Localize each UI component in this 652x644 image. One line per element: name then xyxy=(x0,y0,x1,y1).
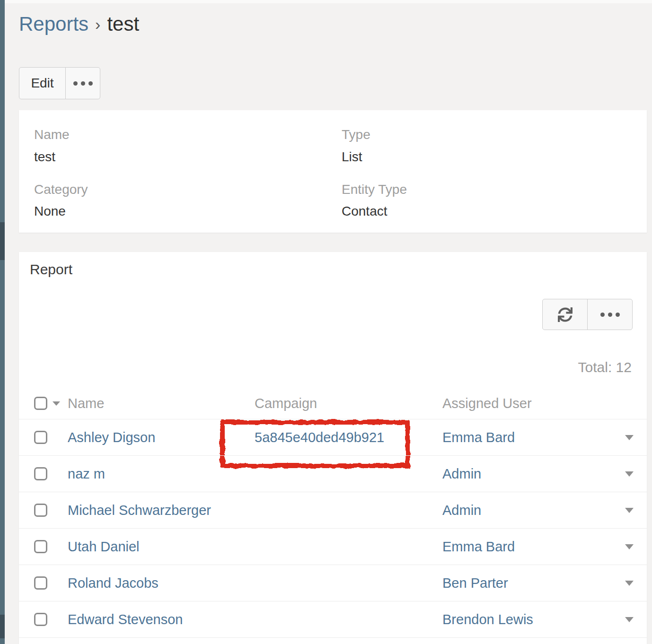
field-type: Type List xyxy=(342,128,632,165)
contact-name-link[interactable]: Utah Daniel xyxy=(68,539,140,554)
select-all-checkbox[interactable] xyxy=(34,397,47,410)
campaign-link[interactable]: 5a845e40ded49b921 xyxy=(255,430,384,445)
report-toolbar-group xyxy=(542,299,633,330)
navbar-edge-segment xyxy=(0,615,5,638)
field-value: Contact xyxy=(342,204,632,219)
row-actions-caret-icon[interactable] xyxy=(625,617,634,622)
table-row: naz m Admin xyxy=(19,455,647,492)
table-row: Edward Stevenson Brendon Lewis xyxy=(19,601,647,637)
edit-button[interactable]: Edit xyxy=(19,67,66,99)
navbar-edge-strip xyxy=(0,0,5,644)
total-count: Total: 12 xyxy=(578,359,632,375)
record-actions-group: Edit xyxy=(19,67,100,99)
table-row: Utah Daniel Emma Bard xyxy=(19,528,647,565)
row-checkbox[interactable] xyxy=(34,613,47,626)
contact-name-link[interactable]: naz m xyxy=(68,466,105,481)
contact-name-link[interactable]: Michael Schwarzberger xyxy=(68,503,211,518)
table-row: Ashley Digson 5a845e40ded49b921 Emma Bar… xyxy=(19,419,647,455)
row-actions-caret-icon[interactable] xyxy=(625,435,634,440)
field-value: None xyxy=(34,204,342,219)
row-actions-caret-icon[interactable] xyxy=(625,471,634,477)
breadcrumb-separator: › xyxy=(95,15,100,33)
field-value: List xyxy=(342,150,632,165)
row-checkbox[interactable] xyxy=(34,576,47,590)
row-checkbox[interactable] xyxy=(34,431,47,444)
record-overview-panel: Name test Type List Category None Entity… xyxy=(19,110,647,233)
field-label: Name xyxy=(34,128,342,142)
row-checkbox[interactable] xyxy=(34,504,47,517)
field-entity-type: Entity Type Contact xyxy=(342,183,632,219)
contact-name-link[interactable]: Ashley Digson xyxy=(68,430,155,445)
row-actions-caret-icon[interactable] xyxy=(625,508,634,513)
report-results-panel: Report Total: 12 Name Campaign Assigned … xyxy=(19,252,647,644)
field-label: Entity Type xyxy=(342,183,632,197)
report-panel-title: Report xyxy=(19,252,647,278)
assigned-user-link[interactable]: Admin xyxy=(442,503,481,518)
assigned-user-link[interactable]: Emma Bard xyxy=(442,539,515,554)
field-value: test xyxy=(34,150,342,165)
assigned-user-link[interactable]: Brendon Lewis xyxy=(442,612,533,627)
refresh-icon xyxy=(558,307,573,322)
contact-name-link[interactable]: Roland Jacobs xyxy=(68,575,159,591)
assigned-user-link[interactable]: Ben Parter xyxy=(442,575,508,591)
field-name: Name test xyxy=(34,128,342,165)
record-more-actions-button[interactable] xyxy=(65,67,100,99)
row-actions-caret-icon[interactable] xyxy=(625,581,634,586)
ellipsis-icon xyxy=(600,313,620,317)
top-edge-highlight xyxy=(5,0,652,3)
navbar-edge-segment xyxy=(0,222,5,260)
assigned-user-link[interactable]: Admin xyxy=(442,466,481,481)
row-actions-caret-icon[interactable] xyxy=(625,544,634,549)
contact-name-link[interactable]: Edward Stevenson xyxy=(68,612,183,627)
breadcrumb-reports-link[interactable]: Reports xyxy=(19,13,88,35)
assigned-user-link[interactable]: Emma Bard xyxy=(442,430,515,445)
field-label: Type xyxy=(342,128,632,142)
breadcrumb: Reports›test xyxy=(19,12,139,36)
table-header-row: Name Campaign Assigned User xyxy=(19,388,647,419)
row-checkbox[interactable] xyxy=(34,540,47,553)
column-header-campaign[interactable]: Campaign xyxy=(255,396,442,411)
column-header-assigned-user[interactable]: Assigned User xyxy=(442,396,613,411)
refresh-button[interactable] xyxy=(542,299,588,330)
table-row: Roland Jacobs Ben Parter xyxy=(19,565,647,601)
report-more-actions-button[interactable] xyxy=(587,299,633,330)
table-row: Michael Schwarzberger Admin xyxy=(19,492,647,528)
results-table: Name Campaign Assigned User Ashley Digso… xyxy=(19,388,647,644)
column-header-name[interactable]: Name xyxy=(68,396,255,411)
ellipsis-icon xyxy=(73,81,93,86)
field-label: Category xyxy=(34,183,342,197)
select-dropdown-caret-icon[interactable] xyxy=(53,401,60,406)
page-title: test xyxy=(107,13,139,35)
row-checkbox[interactable] xyxy=(34,467,47,480)
table-row-partial xyxy=(19,637,647,644)
field-category: Category None xyxy=(34,183,342,219)
